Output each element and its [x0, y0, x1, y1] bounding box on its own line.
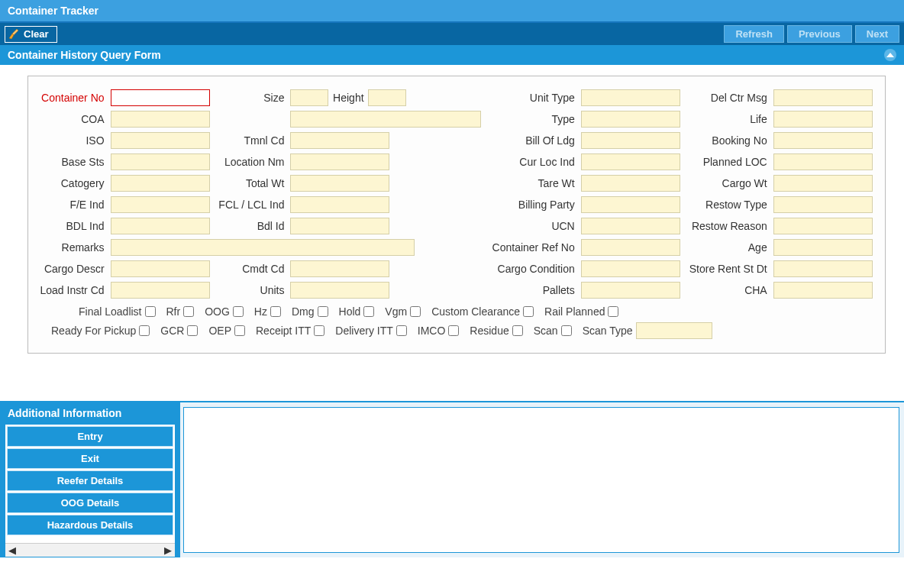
- fcl-lcl-ind-label: FCL / LCL Ind: [215, 194, 288, 215]
- booking-no-label: Booking No: [685, 130, 770, 151]
- planned-loc-field[interactable]: [773, 153, 873, 170]
- coa-wide-field[interactable]: [290, 111, 481, 128]
- container-ref-no-field[interactable]: [581, 239, 680, 256]
- residue-checkbox[interactable]: [512, 325, 523, 336]
- gcr-checkbox[interactable]: [187, 325, 198, 336]
- ready-for-pickup-checkbox[interactable]: [139, 325, 150, 336]
- store-rent-st-dt-label: Store Rent St Dt: [685, 258, 770, 279]
- checkbox-row-1: Final Loadlist Rfr OOG Hz Dmg Hold Vgm C…: [36, 301, 877, 318]
- sidebar-item-entry[interactable]: Entry: [7, 426, 173, 447]
- imco-checkbox[interactable]: [448, 325, 459, 336]
- restow-type-field[interactable]: [773, 196, 873, 213]
- load-instr-cd-field[interactable]: [111, 282, 210, 299]
- remarks-field[interactable]: [111, 239, 415, 256]
- booking-no-field[interactable]: [773, 132, 873, 149]
- dmg-label: Dmg: [292, 305, 315, 318]
- unit-type-label: Unit Type: [488, 87, 578, 108]
- scan-type-label: Scan Type: [583, 325, 633, 337]
- side-header: Additional Information: [0, 402, 180, 424]
- sidebar-item-oog[interactable]: OOG Details: [7, 493, 173, 513]
- receipt-itt-checkbox[interactable]: [314, 325, 324, 336]
- hold-checkbox[interactable]: [363, 306, 374, 317]
- section-title: Container History Query Form: [8, 49, 161, 61]
- restow-reason-field[interactable]: [773, 218, 873, 234]
- previous-button[interactable]: Previous: [787, 25, 852, 43]
- cargo-wt-field[interactable]: [773, 175, 873, 192]
- cur-loc-ind-label: Cur Loc Ind: [488, 151, 578, 173]
- rail-planned-checkbox[interactable]: [608, 306, 618, 317]
- scroll-right-icon[interactable]: ▶: [163, 545, 173, 556]
- base-sts-field[interactable]: [111, 153, 210, 170]
- scan-checkbox[interactable]: [561, 325, 572, 336]
- next-button[interactable]: Next: [855, 25, 899, 43]
- main-scroll-area[interactable]: Container No Size Height Unit Type Del C…: [0, 65, 904, 401]
- height-label: Height: [331, 92, 365, 104]
- oog-checkbox[interactable]: [233, 306, 244, 317]
- location-nm-label: Location Nm: [215, 151, 288, 173]
- life-label: Life: [685, 108, 770, 130]
- iso-field[interactable]: [111, 132, 210, 149]
- vgm-label: Vgm: [385, 305, 407, 318]
- cur-loc-ind-field[interactable]: [581, 153, 680, 170]
- del-ctr-msg-field[interactable]: [773, 89, 873, 106]
- side-list[interactable]: Entry Exit Reefer Details OOG Details Ha…: [5, 425, 175, 543]
- unit-type-field[interactable]: [581, 89, 680, 106]
- cha-field[interactable]: [773, 282, 873, 299]
- base-sts-label: Base Sts: [36, 151, 108, 173]
- bdl-ind-field[interactable]: [111, 218, 210, 234]
- fe-ind-field[interactable]: [111, 196, 210, 213]
- billing-party-field[interactable]: [581, 196, 680, 213]
- dmg-checkbox[interactable]: [318, 306, 328, 317]
- location-nm-field[interactable]: [290, 153, 389, 170]
- container-no-label: Container No: [36, 87, 108, 108]
- cargo-condition-field[interactable]: [581, 260, 680, 277]
- broom-icon: [8, 28, 21, 40]
- vgm-checkbox[interactable]: [410, 306, 421, 317]
- container-no-field[interactable]: [111, 89, 210, 106]
- age-field[interactable]: [773, 239, 873, 256]
- bill-of-ldg-field[interactable]: [581, 132, 680, 149]
- final-loadlist-checkbox[interactable]: [145, 306, 156, 317]
- container-ref-no-label: Container Ref No: [488, 237, 578, 258]
- detail-panel: [183, 407, 899, 553]
- refresh-button[interactable]: Refresh: [724, 25, 783, 43]
- units-field[interactable]: [290, 282, 389, 299]
- sidebar-item-hazardous[interactable]: Hazardous Details: [7, 515, 173, 535]
- pallets-field[interactable]: [581, 282, 680, 299]
- cmdt-cd-label: Cmdt Cd: [215, 258, 288, 279]
- custom-clearance-checkbox[interactable]: [523, 306, 534, 317]
- scroll-left-icon[interactable]: ◀: [7, 545, 18, 556]
- coa-field[interactable]: [111, 111, 210, 128]
- size-field[interactable]: [290, 89, 328, 106]
- clear-button[interactable]: Clear: [5, 26, 57, 43]
- store-rent-st-dt-field[interactable]: [773, 260, 873, 277]
- fcl-lcl-ind-field[interactable]: [290, 196, 389, 213]
- size-label: Size: [215, 87, 288, 108]
- final-loadlist-label: Final Loadlist: [79, 305, 142, 318]
- hz-label: Hz: [254, 305, 267, 318]
- sidebar-item-reefer[interactable]: Reefer Details: [7, 470, 173, 491]
- side-horizontal-scrollbar[interactable]: ◀ ▶: [5, 543, 175, 557]
- scan-label: Scan: [534, 325, 558, 337]
- rfr-checkbox[interactable]: [183, 306, 194, 317]
- ucn-field[interactable]: [581, 218, 680, 234]
- tmnl-cd-field[interactable]: [290, 132, 389, 149]
- tare-wt-field[interactable]: [581, 175, 680, 192]
- catogery-field[interactable]: [111, 175, 210, 192]
- residue-label: Residue: [470, 325, 508, 337]
- bdl-id-field[interactable]: [290, 218, 389, 234]
- cmdt-cd-field[interactable]: [290, 260, 389, 277]
- oep-label: OEP: [208, 325, 231, 337]
- load-instr-cd-label: Load Instr Cd: [36, 279, 108, 301]
- hz-checkbox[interactable]: [270, 306, 281, 317]
- oep-checkbox[interactable]: [234, 325, 245, 336]
- type-field[interactable]: [581, 111, 680, 128]
- total-wt-field[interactable]: [290, 175, 389, 192]
- sidebar-item-exit[interactable]: Exit: [7, 448, 173, 469]
- delivery-itt-checkbox[interactable]: [396, 325, 407, 336]
- scan-type-field[interactable]: [636, 322, 712, 339]
- height-field[interactable]: [368, 89, 406, 106]
- life-field[interactable]: [773, 111, 873, 128]
- cargo-descr-field[interactable]: [111, 260, 210, 277]
- collapse-icon[interactable]: [884, 49, 896, 61]
